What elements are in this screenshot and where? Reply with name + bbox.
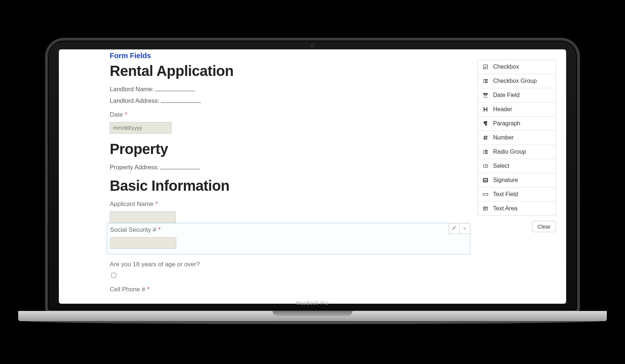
- palette-item-paragraph[interactable]: Paragraph: [478, 117, 556, 131]
- palette-item-label: Header: [493, 106, 512, 113]
- landlord-address-blank: [161, 96, 201, 103]
- checkbox-icon: [482, 64, 489, 70]
- laptop-foot: [25, 321, 600, 324]
- age-question-label: Are you 18 years of age or over?: [110, 261, 470, 268]
- field-palette: CheckboxCheckbox GroupDate FieldHeaderPa…: [477, 60, 556, 216]
- date-field-label: Date*: [110, 111, 470, 118]
- text-field-icon: [482, 191, 489, 197]
- laptop-bezel: Form Fields Rental Application Landlord …: [47, 40, 578, 311]
- required-indicator: *: [156, 201, 158, 207]
- list-check-icon: [482, 149, 489, 155]
- property-address-blank: [160, 162, 200, 169]
- age-checkbox[interactable]: [111, 273, 116, 278]
- palette-item-label: Signature: [493, 177, 518, 183]
- palette-item-number[interactable]: Number: [478, 131, 556, 145]
- landlord-address-row: Landlord Address:: [110, 96, 470, 105]
- palette-item-label: Radio Group: [493, 149, 526, 155]
- pilcrow-icon: [482, 121, 489, 126]
- laptop-base: [18, 311, 607, 321]
- required-indicator: *: [125, 112, 127, 118]
- palette-item-text-field[interactable]: Text Field: [478, 187, 556, 202]
- remove-field-button[interactable]: ×: [459, 223, 470, 234]
- property-address-row: Property Address:: [110, 162, 470, 171]
- calendar-icon: [482, 92, 489, 98]
- field-palette-sidebar: CheckboxCheckbox GroupDate FieldHeaderPa…: [477, 49, 556, 304]
- signature-icon: [482, 177, 489, 183]
- hash-icon: [482, 135, 489, 141]
- close-icon: ×: [463, 226, 467, 231]
- palette-item-label: Date Field: [493, 92, 520, 98]
- screen: Form Fields Rental Application Landlord …: [59, 49, 566, 304]
- required-indicator: *: [147, 286, 149, 292]
- palette-item-signature[interactable]: Signature: [478, 173, 556, 187]
- palette-item-label: Text Area: [493, 205, 517, 212]
- palette-item-label: Number: [493, 134, 514, 141]
- edit-field-button[interactable]: [448, 223, 459, 234]
- landlord-address-label: Landlord Address:: [110, 97, 160, 104]
- list-check-icon: [482, 78, 489, 84]
- basic-info-header: Basic Information: [110, 178, 470, 194]
- landlord-name-row: Landlord Name:: [110, 84, 470, 93]
- palette-item-text-area[interactable]: Text Area: [478, 202, 556, 215]
- ssn-field-block[interactable]: × Social Security #*: [107, 223, 470, 254]
- trackpad-notch: [273, 311, 352, 316]
- applicant-name-input[interactable]: [110, 211, 176, 223]
- palette-item-header[interactable]: Header: [478, 102, 556, 117]
- property-address-label: Property Address:: [110, 164, 159, 171]
- date-input[interactable]: [110, 122, 172, 134]
- pencil-icon: [452, 225, 457, 231]
- palette-item-select[interactable]: Select: [478, 159, 556, 173]
- palette-item-label: Checkbox Group: [493, 78, 537, 84]
- form-canvas[interactable]: Form Fields Rental Application Landlord …: [110, 49, 470, 304]
- landlord-name-blank: [155, 84, 195, 91]
- form-title: Rental Application: [110, 63, 470, 79]
- palette-item-label: Checkbox: [493, 64, 519, 70]
- ssn-input[interactable]: [110, 237, 176, 249]
- ssn-label: Social Security #*: [110, 226, 467, 234]
- landlord-name-label: Landlord Name:: [110, 86, 154, 93]
- laptop-mockup: Form Fields Rental Application Landlord …: [47, 40, 578, 324]
- cell-phone-label: Cell Phone #*: [110, 286, 470, 293]
- palette-item-date-field[interactable]: Date Field: [478, 88, 556, 102]
- letter-h-icon: [482, 106, 489, 112]
- required-indicator: *: [158, 227, 161, 233]
- camera-dot: [311, 44, 314, 47]
- applicant-name-label: Applicant Name*: [110, 201, 470, 208]
- clear-button[interactable]: Clear: [532, 221, 556, 232]
- field-action-bar: ×: [448, 223, 470, 234]
- breadcrumb[interactable]: Form Fields: [110, 49, 470, 61]
- palette-item-radio-group[interactable]: Radio Group: [478, 145, 556, 159]
- palette-item-label: Select: [493, 163, 509, 169]
- device-label: MacBook Pro: [296, 300, 329, 306]
- text-area-icon: [482, 206, 489, 211]
- palette-item-label: Text Field: [493, 191, 518, 198]
- palette-item-checkbox[interactable]: Checkbox: [478, 60, 556, 74]
- palette-item-checkbox-group[interactable]: Checkbox Group: [478, 74, 556, 88]
- property-header: Property: [110, 141, 470, 157]
- palette-item-label: Paragraph: [493, 120, 520, 127]
- select-icon: [482, 163, 489, 169]
